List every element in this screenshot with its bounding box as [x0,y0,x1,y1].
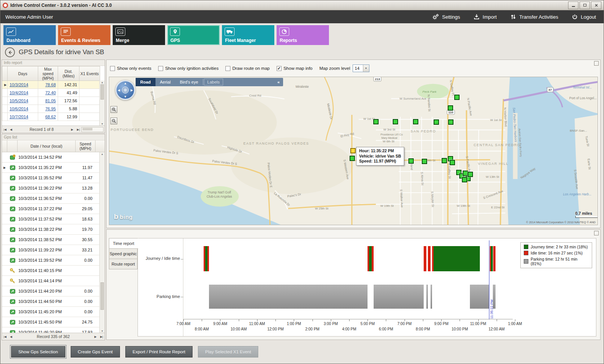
gps-list-row[interactable]: 10/3/2014 11:46:20 PM17.93 [2,327,99,333]
zoom-out-button[interactable] [110,118,117,124]
minimize-button[interactable] [568,2,578,9]
info-report-row[interactable]: 10/5/201481.05172.56 [2,97,100,105]
horizontal-scrollbar[interactable] [81,127,104,132]
gps-list-row[interactable]: 10/3/2014 11:35:52 PM11.47 [2,173,99,183]
gps-point-marker[interactable] [442,158,447,163]
tab-route-report[interactable]: Route report [109,259,138,269]
gps-list-row[interactable]: 10/3/2014 11:34:52 PM [2,152,99,163]
col-date-hour[interactable]: Date / hour (local) [18,140,76,152]
prev-record-button[interactable]: ◀ [8,128,14,131]
day-link[interactable]: 10/3/2014 [8,81,38,89]
tab-fleet-manager[interactable]: Fleet Manager [222,25,274,45]
gps-point-marker[interactable] [373,119,379,124]
last-record-button[interactable]: ▶| [99,335,105,338]
collapse-panel-button[interactable] [594,61,599,66]
tab-reports[interactable]: Reports [277,25,329,45]
gps-list-row[interactable]: 10/3/2014 11:39:52 PM0.00 [2,255,99,266]
export-print-route-report-button[interactable]: Export / Print Route Report [125,346,193,358]
gps-point-marker[interactable] [422,159,427,164]
gps-list-row[interactable]: ▶10/3/2014 11:35:22 PM11.97 [2,163,99,173]
pan-right-icon[interactable]: ▶ [131,89,133,92]
map-zoom-select[interactable]: 14 ▼ [353,64,369,72]
gps-list-row[interactable]: 10/3/2014 11:38:52 PM30.55 [2,235,99,245]
checkbox-draw-route-on-map[interactable]: Draw route on map [225,66,270,71]
gps-list-row[interactable]: 10/3/2014 11:45:50 PM24.75 [2,317,99,327]
gps-point-marker[interactable] [468,172,473,177]
gps-list-row[interactable]: 10/3/2014 11:36:52 PM0.00 [2,193,99,204]
tab-merge[interactable]: Merge [113,25,165,45]
col-x1-events[interactable]: X1 Events [79,66,100,81]
gps-list-row[interactable]: 10/3/2014 11:37:22 PM29.05 [2,204,99,214]
gps-point-marker[interactable] [408,158,414,164]
checkbox-box[interactable] [158,66,163,71]
compass-hub[interactable] [122,87,129,93]
zoom-in-button[interactable] [110,106,117,113]
checkbox-box[interactable]: ✓ [277,66,282,71]
checkbox-show-only-ignition-activities[interactable]: Show only ignition activities [158,66,219,71]
import-button[interactable]: Import [474,14,497,20]
gps-list-row[interactable]: 10/3/2014 11:44:20 PM0.00 [2,286,99,296]
map-tab-labels[interactable]: Labels [204,79,223,85]
next-record-button[interactable]: ▶ [69,128,75,131]
gps-list-row[interactable]: 10/3/2014 11:44:50 PM0.00 [2,296,99,307]
tab-time-report[interactable]: Time report [109,238,138,249]
checkbox-box[interactable] [110,66,115,71]
info-report-row[interactable]: ▶10/3/201478.68142.31 [2,81,100,89]
col-distance[interactable]: Dist. (Miles) [58,66,79,81]
max-speed-link[interactable]: 68.62 [38,113,58,121]
transfer-activities-button[interactable]: Transfer Activities [510,14,558,20]
gps-list-row[interactable]: 10/3/2014 11:38:22 PM19.70 [2,224,99,235]
day-link[interactable]: 10/6/2014 [8,105,38,113]
info-report-row[interactable]: 10/7/201468.6212.99 [2,113,100,121]
maximize-button[interactable] [580,2,590,9]
back-button[interactable] [5,47,15,57]
map-tab-road[interactable]: Road [136,78,155,86]
pan-down-icon[interactable]: ▼ [124,95,127,98]
map-canvas[interactable]: Road Aerial Bird's eye Labels « ▲ ▼ ◀ ▶ [109,77,598,225]
gps-point-marker[interactable] [463,171,468,176]
first-record-button[interactable]: |◀ [2,335,8,338]
create-gps-event-button[interactable]: Create Gps Event [71,346,120,358]
max-speed-link[interactable]: 78.68 [38,81,58,89]
collapse-panel-button[interactable] [594,231,599,235]
info-report-scrollbar[interactable]: ▲ ▼ [99,81,105,126]
gps-point-marker[interactable] [448,105,453,111]
first-record-button[interactable]: |◀ [2,128,8,131]
map-tab-aerial[interactable]: Aerial [155,78,175,86]
chevron-down-icon[interactable]: ▼ [363,65,369,72]
gps-point-marker[interactable] [462,177,467,182]
selected-point-marker[interactable] [350,148,356,153]
scroll-down-icon[interactable]: ▼ [100,330,105,332]
map-tab-birds-eye[interactable]: Bird's eye [175,78,203,86]
max-speed-link[interactable]: 72.40 [38,89,58,97]
show-gps-selection-button[interactable]: Show Gps Selection [11,346,65,358]
gps-point-marker[interactable] [413,119,418,124]
max-speed-link[interactable]: 76.95 [38,105,58,113]
pan-left-icon[interactable]: ◀ [118,89,120,92]
gps-point-marker[interactable] [454,95,460,100]
gps-point-marker[interactable] [350,156,355,161]
map-compass-control[interactable]: ▲ ▼ ◀ ▶ [115,80,135,100]
gps-point-marker[interactable] [448,119,453,125]
last-record-button[interactable]: ▶| [75,128,81,131]
col-speed[interactable]: Speed (MPH) [76,140,96,152]
gps-list-row[interactable]: 10/3/2014 11:36:22 PM13.28 [2,183,99,193]
gps-point-marker[interactable] [393,119,398,124]
col-max-speed[interactable]: Max speed (MPH) [38,66,58,81]
gps-point-marker[interactable] [450,160,455,165]
day-link[interactable]: 10/7/2014 [8,113,38,121]
gps-list-scrollbar[interactable]: ▲ ▼ [99,152,105,333]
time-cursor[interactable] [489,240,489,319]
gps-list-row[interactable]: 10/3/2014 11:45:20 PM0.00 [2,307,99,317]
checkbox-show-map-info[interactable]: ✓ Show map info [277,66,313,71]
day-link[interactable]: 10/5/2014 [8,97,38,105]
col-days[interactable]: Days [8,66,38,81]
gps-point-marker[interactable] [434,119,439,125]
tab-events-reviews[interactable]: Events & Reviews [58,25,110,45]
settings-button[interactable]: Settings [432,14,460,20]
gps-list-row[interactable]: 10/3/2014 11:39:22 PM33.21 [2,245,99,255]
day-link[interactable]: 10/4/2014 [8,89,38,97]
checkbox-show-only-events[interactable]: Show only events [110,66,151,71]
gps-list-row[interactable]: 10/3/2014 11:37:52 PM18.63 [2,214,99,224]
scroll-up-icon[interactable]: ▲ [100,153,105,155]
